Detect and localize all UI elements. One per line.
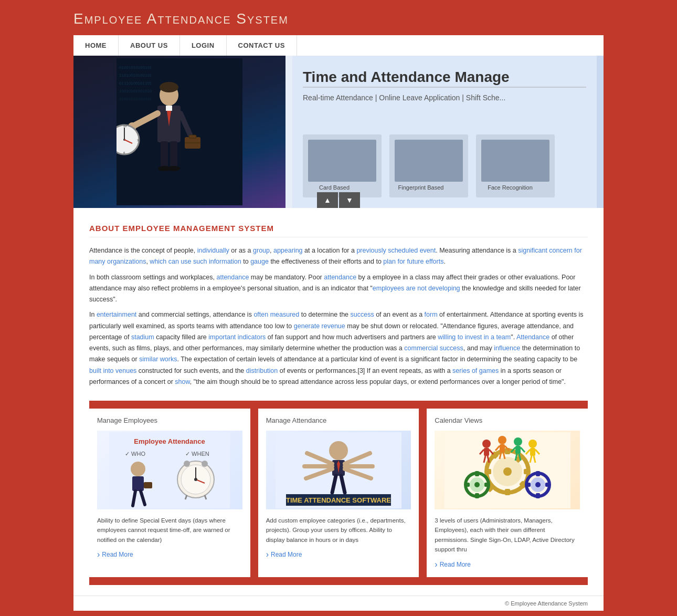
svg-text:Employee Attendance: Employee Attendance	[134, 437, 205, 445]
svg-rect-107	[500, 444, 505, 452]
link-group[interactable]: group	[253, 247, 270, 254]
link-stadium[interactable]: stadium	[131, 333, 154, 341]
read-more-calendar[interactable]: Read More	[435, 560, 580, 569]
about-paragraph-2: In both classroom settings and workplace…	[89, 272, 588, 306]
svg-point-7	[160, 82, 178, 92]
link-commercial[interactable]: commercial success	[404, 344, 463, 352]
nav-about[interactable]: ABOUT US	[119, 35, 180, 56]
banner-left: 01001010100101 11010010100101 0111010010…	[73, 56, 285, 208]
svg-rect-119	[530, 448, 535, 456]
link-appearing[interactable]: appearing	[273, 247, 303, 254]
feature-desc-calendar: 3 levels of users (Administrators, Manag…	[435, 516, 580, 555]
link-series[interactable]: series of games	[452, 367, 499, 374]
feature-card-calendar: Calendar Views	[427, 409, 588, 577]
svg-point-14	[117, 125, 139, 154]
svg-point-88	[474, 482, 480, 487]
svg-point-56	[184, 461, 190, 467]
nav-bar: HOME ABOUT US LOGIN CONTACT US	[73, 35, 604, 56]
svg-rect-97	[536, 493, 540, 498]
link-built[interactable]: built into venues	[89, 367, 136, 374]
svg-text:Card Based: Card Based	[319, 184, 350, 191]
svg-text:Face Recognition: Face Recognition	[488, 184, 533, 191]
svg-text:01001010100101: 01001010100101	[119, 97, 152, 101]
svg-rect-91	[464, 483, 470, 487]
link-plan[interactable]: plan for future efforts	[383, 258, 443, 265]
link-not-developing[interactable]: not developing	[417, 285, 460, 292]
link-entertainment[interactable]: entertainment	[97, 311, 136, 318]
attendance-illustration: TIME ATTENDANCE SOFTWARE	[276, 432, 401, 508]
svg-text:12: 12	[123, 124, 127, 128]
carousel-controls: ▲ ▼	[317, 192, 360, 208]
site-header: Employee Attendance System	[0, 0, 677, 35]
svg-text:10010101001010: 10010101001010	[119, 89, 152, 93]
svg-text:TIME ATTENDANCE SOFTWARE: TIME ATTENDANCE SOFTWARE	[286, 496, 391, 504]
main-wrapper: 01001010100101 11010010100101 0111010010…	[0, 56, 677, 616]
banner: 01001010100101 11010010100101 0111010010…	[73, 56, 604, 208]
svg-rect-89	[475, 471, 479, 476]
link-show[interactable]: show	[175, 378, 190, 385]
svg-point-95	[535, 482, 541, 487]
nav-contact[interactable]: CONTACT US	[227, 35, 297, 56]
svg-text:01110100101101: 01110100101101	[119, 81, 152, 86]
svg-rect-37	[395, 140, 463, 182]
svg-rect-81	[524, 469, 530, 474]
svg-rect-79	[505, 489, 510, 495]
svg-point-118	[528, 440, 537, 448]
site-title: Employee Attendance System	[73, 11, 604, 27]
link-often[interactable]: often measured	[253, 311, 299, 318]
banner-right-illustration: Time and Attendance Manage Real-time Att…	[285, 56, 604, 208]
svg-point-106	[498, 436, 506, 444]
nav-login[interactable]: LOGIN	[180, 35, 227, 56]
feature-card-employees: Manage Employees Employee Attendance ✓ W…	[89, 409, 250, 577]
feature-image-calendar	[435, 431, 580, 509]
svg-rect-98	[525, 483, 531, 487]
link-which[interactable]: which can use such information	[150, 258, 241, 265]
feature-title-employees: Manage Employees	[97, 416, 242, 424]
link-similar[interactable]: similar works	[139, 356, 177, 363]
svg-rect-27	[189, 135, 196, 138]
svg-text:✓ WHEN: ✓ WHEN	[185, 451, 209, 457]
svg-rect-92	[484, 483, 490, 487]
svg-text:Fingerprint Based: Fingerprint Based	[398, 184, 444, 191]
feature-cards: Manage Employees Employee Attendance ✓ W…	[89, 401, 588, 585]
link-individually[interactable]: individually	[197, 247, 229, 254]
svg-point-25	[167, 166, 180, 171]
link-gauge[interactable]: gauge	[250, 258, 269, 265]
link-success[interactable]: success	[351, 311, 374, 318]
link-generate[interactable]: generate revenue	[294, 322, 345, 330]
svg-point-61	[329, 441, 348, 460]
banner-right: Time and Attendance Manage Real-time Att…	[285, 56, 604, 208]
link-attendance2[interactable]: attendance	[216, 274, 249, 281]
svg-rect-113	[515, 446, 521, 454]
feature-card-attendance: Manage Attendance	[258, 409, 419, 577]
nav-home[interactable]: HOME	[73, 35, 119, 56]
svg-rect-23	[170, 141, 177, 168]
carousel-up-button[interactable]: ▲	[317, 192, 338, 208]
link-willing[interactable]: willing to invest in a team	[438, 333, 511, 341]
employees-illustration: Employee Attendance ✓ WHO ✓ WHEN	[109, 432, 230, 508]
navigation: HOME ABOUT US LOGIN CONTACT US	[0, 35, 677, 56]
about-paragraph-3: In entertainment and commercial settings…	[89, 309, 588, 388]
link-attendance4[interactable]: Attendance	[516, 333, 549, 341]
svg-rect-48	[144, 482, 152, 488]
svg-point-100	[482, 440, 491, 448]
link-distribution[interactable]: distribution	[246, 367, 278, 374]
read-more-attendance[interactable]: Read More	[266, 550, 411, 559]
calendar-illustration	[445, 432, 570, 508]
copyright-text: © Employee Attendance System	[505, 600, 588, 607]
link-previously[interactable]: previously scheduled event	[356, 247, 436, 254]
link-employees[interactable]: employees are	[373, 285, 416, 292]
svg-rect-99	[545, 483, 551, 487]
svg-rect-34	[308, 140, 376, 182]
svg-point-57	[202, 461, 208, 467]
link-attendance3[interactable]: attendance	[324, 274, 356, 281]
link-form[interactable]: form	[425, 311, 438, 318]
read-more-employees[interactable]: Read More	[97, 550, 242, 559]
banner-left-illustration: 01001010100101 11010010100101 0111010010…	[117, 58, 242, 205]
svg-point-55	[194, 478, 197, 481]
footer: © Employee Attendance System	[73, 596, 604, 611]
carousel-down-button[interactable]: ▼	[339, 192, 360, 208]
link-influence[interactable]: influence	[494, 344, 520, 352]
link-important[interactable]: important indicators	[208, 333, 266, 341]
svg-text:Time and Attendance Manage: Time and Attendance Manage	[303, 69, 510, 85]
